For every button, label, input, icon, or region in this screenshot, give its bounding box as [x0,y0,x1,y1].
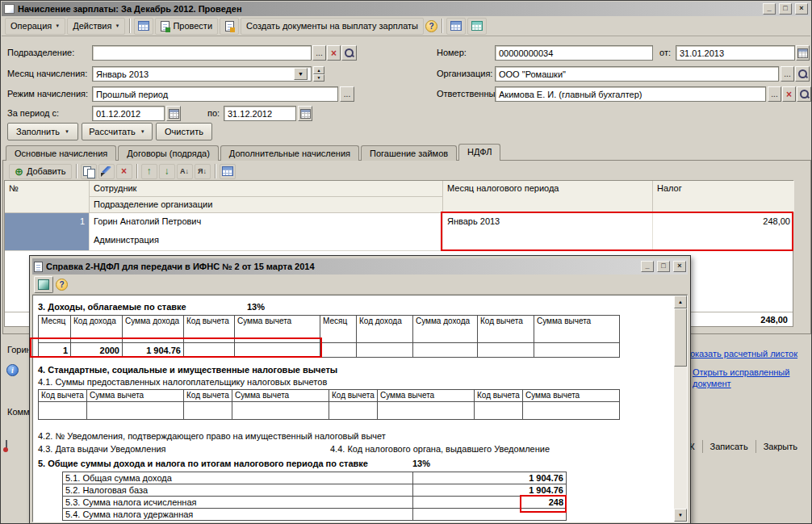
save-button[interactable]: Записать [702,440,755,453]
close-button[interactable]: × [795,3,808,15]
column-header-tax-month[interactable]: Месяц налогового периода [443,181,653,213]
tab-additional-accruals[interactable]: Дополнительные начисления [220,145,359,161]
responsible-search-button[interactable] [797,86,811,102]
payslip-link[interactable]: Показать расчетный листок [684,349,797,358]
list-settings-button[interactable] [220,164,236,179]
maximize-button[interactable]: □ [779,3,792,15]
organization-search-button[interactable] [795,66,810,82]
tax-withheld-value[interactable] [413,509,567,521]
responsible-field[interactable]: Акимова Е. И. (главный бухгалтер) [495,86,766,102]
create-payment-docs-button[interactable]: Создать документы на выплату зарплаты [241,18,424,35]
dialog-scrollbar[interactable]: ▲ ▼ [674,296,687,522]
tab-loan-repayment[interactable]: Погашение займов [361,145,457,161]
deduction-cell[interactable] [475,402,523,420]
scrollbar-thumb[interactable] [674,308,687,367]
income-cell[interactable] [534,343,620,358]
tab-contracts[interactable]: Договоры (подряда) [118,145,219,161]
sort-ascending-button[interactable]: А↓ [177,164,193,179]
department-label: Подразделение: [7,48,74,57]
number-field[interactable]: 00000000034 [495,45,653,61]
department-clear-button[interactable]: × [327,45,341,61]
deduction-cell[interactable] [232,402,329,420]
accrual-month-dropdown-button[interactable]: ▼ [294,68,308,80]
total-label: 5.4. Сумма налога удержанная [63,509,413,521]
spin-up-icon[interactable]: ▲ [313,66,324,74]
income-cell[interactable] [184,343,235,358]
income-cell[interactable] [235,343,320,358]
document-structure-button[interactable] [467,18,487,35]
total-income-value[interactable]: 1 904.76 [413,472,567,484]
income-col-header: Сумма дохода [413,316,478,343]
organization-field[interactable]: ООО "Ромашки" [495,66,779,82]
column-header-employee[interactable]: Сотрудник [90,181,443,197]
period-to-calendar-button[interactable] [298,106,312,121]
actions-menu-button[interactable]: Действия▼ [67,18,125,35]
income-cell-month[interactable]: 1 [39,343,71,358]
deduction-cell[interactable] [523,402,620,420]
dialog-help-button[interactable]: ? [56,279,68,291]
income-cell[interactable] [320,343,357,358]
income-cell[interactable] [478,343,534,358]
column-header-num[interactable]: № [5,181,90,213]
responsible-clear-button[interactable]: × [782,86,796,102]
income-cell[interactable] [357,343,413,358]
income-cell-code[interactable]: 2000 [71,343,123,358]
delete-row-button[interactable]: × [116,164,132,179]
period-to-field[interactable]: 31.12.2012 [224,106,296,121]
deduction-cell[interactable] [87,402,184,420]
tax-calculated-value[interactable]: 248 [413,497,567,509]
column-header-department[interactable]: Подразделение организации [90,197,443,213]
department-search-button[interactable] [341,45,357,61]
accrual-mode-field[interactable]: Прошлый период [92,86,338,102]
responsible-select-button[interactable]: ... [768,86,781,102]
doc-date-calendar-button[interactable] [796,45,810,61]
move-down-button[interactable]: ↓ [159,164,175,179]
organization-select-button[interactable]: ... [781,66,794,82]
add-row-button[interactable]: ⊕Добавить [9,164,72,179]
department-select-button[interactable]: ... [312,45,326,61]
post-button[interactable]: Провести [155,18,218,35]
column-header-tax[interactable]: Налог [653,181,794,213]
corrected-document-link[interactable]: Открыть исправленный документ [693,367,799,389]
copy-row-button[interactable] [81,164,97,179]
spin-down-icon[interactable]: ▼ [313,74,324,82]
create-based-on-button[interactable] [220,18,239,35]
minimize-button[interactable]: _ [763,3,776,15]
deduction-cell[interactable] [184,402,232,420]
department-field[interactable] [92,45,312,61]
accrual-mode-select-button[interactable]: ... [340,86,354,102]
income-cell[interactable] [413,343,478,358]
deduction-cell[interactable] [39,402,87,420]
income-cell-amount[interactable]: 1 904.76 [123,343,184,358]
close-form-button[interactable]: Закрыть [755,440,805,453]
deduction-cell[interactable] [378,402,475,420]
open-list-button[interactable] [134,18,153,35]
doc-date-field[interactable]: 31.01.2013 [676,45,795,61]
dialog-minimize-button[interactable]: _ [641,261,654,272]
calendar-icon [797,48,808,58]
deduction-cell[interactable] [329,402,378,420]
tab-ndfl[interactable]: НДФЛ [458,144,500,161]
fill-button[interactable]: Заполнить▼ [7,123,78,140]
dialog-close-button[interactable]: × [673,261,686,272]
edit-row-button[interactable] [98,164,115,179]
sort-descending-button[interactable]: Я↓ [195,164,211,179]
calculate-button[interactable]: Рассчитать▼ [82,123,153,140]
period-from-field[interactable]: 01.12.2012 [92,106,165,121]
period-from-calendar-button[interactable] [166,106,181,121]
service-button[interactable] [6,441,7,451]
tax-base-value[interactable]: 1 904.76 [413,484,567,497]
clear-button[interactable]: Очистить [156,123,212,140]
preview-button[interactable] [34,276,53,293]
info-icon-button[interactable]: i [6,364,19,376]
tab-main-accruals[interactable]: Основные начисления [6,145,116,161]
operation-menu-button[interactable]: Операция▼ [5,18,65,35]
move-up-button[interactable]: ↑ [141,164,157,179]
scroll-down-button[interactable]: ▼ [674,509,687,522]
help-button[interactable]: ? [425,20,437,32]
dialog-maximize-button[interactable]: □ [657,261,670,272]
accrual-month-spinner[interactable]: ▲▼ [313,66,324,82]
scroll-up-button[interactable]: ▲ [674,296,687,308]
related-documents-button[interactable] [446,18,466,35]
accrual-month-field[interactable]: Январь 2013▼ [92,66,312,82]
